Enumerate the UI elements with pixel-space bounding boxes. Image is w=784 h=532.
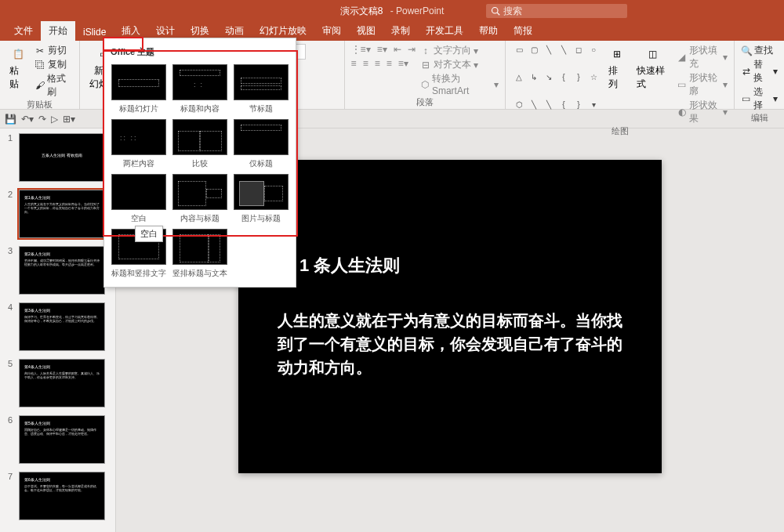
paste-button[interactable]: 📋 粘贴 xyxy=(6,44,30,99)
bullets-button[interactable]: ⋮≡▾ xyxy=(351,44,371,55)
group-editing: 🔍查找 ⇄替换 ▾ ▭选择 ▾ 编辑 xyxy=(735,41,784,109)
align-justify[interactable]: ≡ xyxy=(387,58,392,69)
svg-line-1 xyxy=(497,13,499,15)
thumb-5[interactable]: 5第4条人生法则善待他人。人际关系是人生重要的财富。真诚待人、乐于助人，你会收获… xyxy=(8,359,107,407)
shapes-gallery[interactable]: ▭▢╲╲◻○ △↳↘{}☆ ⬡╲╲{}▾ xyxy=(512,44,601,125)
cut-icon: ✂ xyxy=(34,45,45,56)
select-icon: ▭ xyxy=(741,93,751,104)
align-text-icon: ⊟ xyxy=(420,60,431,71)
text-direction-button[interactable]: ↕文字方向 ▾ xyxy=(420,44,499,57)
text-direction-icon: ↕ xyxy=(420,45,431,56)
align-center[interactable]: ≡ xyxy=(363,58,368,69)
find-icon: 🔍 xyxy=(741,45,752,56)
paste-icon: 📋 xyxy=(9,45,27,63)
layout-title-slide[interactable]: 标题幻灯片 xyxy=(111,64,167,114)
layout-blank[interactable]: 空白 xyxy=(111,174,167,224)
layout-content-caption[interactable]: 内容与标题 xyxy=(172,174,228,224)
slide-title[interactable]: 第 1 条人生法则 xyxy=(278,254,622,277)
layout-section-header[interactable]: 节标题 xyxy=(233,64,289,114)
tab-brief[interactable]: 简报 xyxy=(506,21,540,41)
group-clipboard: 📋 粘贴 ✂剪切 ⿻复制 🖌格式刷 剪贴板 xyxy=(0,41,80,109)
thumb-7[interactable]: 7第6条人生法则勇于尝试。不要害怕失败，每一次尝试都是成长的机会。敢于走出舒适区… xyxy=(8,472,107,520)
redo-button[interactable]: ↷ xyxy=(38,114,46,125)
replace-button[interactable]: ⇄替换 ▾ xyxy=(741,58,778,85)
save-button[interactable]: 💾 xyxy=(5,114,16,125)
app-name: - PowerPoint xyxy=(390,5,445,16)
smartart-icon: ⬡ xyxy=(420,79,430,90)
tab-developer[interactable]: 开发工具 xyxy=(418,21,471,41)
tab-review[interactable]: 审阅 xyxy=(314,21,349,41)
shape-effects-button[interactable]: ◐形状效果 ▾ xyxy=(677,99,728,125)
indent-increase[interactable]: ⇥ xyxy=(408,44,416,55)
layout-picture-caption[interactable]: 图片与标题 xyxy=(233,174,289,224)
group-label-clipboard: 剪贴板 xyxy=(6,99,73,112)
group-drawing: ▭▢╲╲◻○ △↳↘{}☆ ⬡╲╲{}▾ ⊞ 排列 ◫ 快速样式 ◢形状填充 ▾… xyxy=(506,41,735,109)
find-button[interactable]: 🔍查找 xyxy=(741,44,778,57)
search-box[interactable]: 搜索 xyxy=(486,4,627,18)
slide-thumbnails[interactable]: 1五条人生法则 有效指南 2第1条人生法则人生的意义就在于为有意义的目标而奋斗。… xyxy=(0,128,116,532)
layout-comparison[interactable]: 比较 xyxy=(172,119,228,169)
replace-icon: ⇄ xyxy=(741,66,751,77)
align-right[interactable]: ≡ xyxy=(375,58,380,69)
thumb-3[interactable]: 3第2条人生法则坚持不懈。成功需要时间积累，能用长期眼光看待并持恒努力的人终将有… xyxy=(8,246,107,295)
tooltip-blank: 空白 xyxy=(135,226,163,242)
select-button[interactable]: ▭选择 ▾ xyxy=(741,85,778,112)
outline-icon: ▭ xyxy=(677,79,687,90)
tab-home[interactable]: 开始 xyxy=(41,21,75,41)
arrange-button[interactable]: ⊞ 排列 xyxy=(605,44,629,125)
shape-fill-button[interactable]: ◢形状填充 ▾ xyxy=(677,44,728,71)
group-paragraph: ⋮≡▾ ≡▾ ⇤ ⇥ ≡ ≡ ≡ ≡ ≡▾ ↕文字方向 ▾ ⊟对齐文本 ▾ ⬡转… xyxy=(345,41,506,109)
quick-style-button[interactable]: ◫ 快速样式 xyxy=(633,44,673,125)
tab-file[interactable]: 文件 xyxy=(6,21,41,41)
quick-style-icon: ◫ xyxy=(644,45,662,63)
format-painter-button[interactable]: 🖌格式刷 xyxy=(34,72,73,99)
title-bar: 演示文稿8 - PowerPoint 搜索 xyxy=(0,0,784,22)
tab-record[interactable]: 录制 xyxy=(383,21,418,41)
brush-icon: 🖌 xyxy=(34,80,45,91)
copy-icon: ⿻ xyxy=(34,60,45,71)
layout-dropdown: Office 主题 标题幻灯片 标题和内容 节标题 两栏内容 比较 仅标题 空白… xyxy=(103,38,296,288)
fill-icon: ◢ xyxy=(677,52,687,63)
slideshow-button[interactable]: ▷ xyxy=(51,114,58,125)
copy-button[interactable]: ⿻复制 xyxy=(34,58,73,71)
layout-two-content[interactable]: 两栏内容 xyxy=(111,119,167,169)
arrange-icon: ⊞ xyxy=(608,45,626,63)
dropdown-header: Office 主题 xyxy=(109,43,291,61)
layout-vertical-title[interactable]: 竖排标题与文本 xyxy=(172,229,228,279)
tab-view[interactable]: 视图 xyxy=(349,21,383,41)
more-button[interactable]: ⊞▾ xyxy=(63,114,75,125)
undo-button[interactable]: ↶▾ xyxy=(21,114,34,125)
layout-title-only[interactable]: 仅标题 xyxy=(233,119,289,169)
align-text-button[interactable]: ⊟对齐文本 ▾ xyxy=(420,58,499,71)
shape-outline-button[interactable]: ▭形状轮廓 ▾ xyxy=(677,71,728,98)
effects-icon: ◐ xyxy=(677,107,687,118)
current-slide[interactable]: 第 1 条人生法则 人生的意义就在于为有意义的目标而奋斗。当你找到了一个有意义的… xyxy=(238,160,662,473)
align-left[interactable]: ≡ xyxy=(351,58,357,69)
layout-title-content[interactable]: 标题和内容 xyxy=(172,64,228,114)
svg-point-0 xyxy=(492,8,499,14)
cut-button[interactable]: ✂剪切 xyxy=(34,44,73,57)
thumb-1[interactable]: 1五条人生法则 有效指南 xyxy=(8,133,107,182)
document-title: 演示文稿8 xyxy=(340,5,383,16)
numbering-button[interactable]: ≡▾ xyxy=(377,44,387,55)
search-placeholder: 搜索 xyxy=(503,5,522,18)
thumb-4[interactable]: 4第3条人生法则保持学习。世界在不断变化，停止学习就意味着停滞。保持好奇心，不断… xyxy=(8,302,107,351)
thumb-6[interactable]: 6第5条人生法则照顾好自己。身体和心理健康是一切的基础。规律作息、适度运动、保持… xyxy=(8,415,107,464)
convert-smartart-button[interactable]: ⬡转换为 SmartArt ▾ xyxy=(420,72,499,96)
group-label-paragraph: 段落 xyxy=(351,96,499,110)
group-label-editing: 编辑 xyxy=(741,112,778,125)
thumb-2[interactable]: 2第1条人生法则人生的意义就在于为有意义的目标而奋斗。当你找到了一个有意义的目标… xyxy=(8,190,107,238)
slide-body[interactable]: 人生的意义就在于为有意义的目标而奋斗。当你找到了一个有意义的目标，你会发现自己有… xyxy=(278,309,622,379)
tab-help[interactable]: 帮助 xyxy=(471,21,506,41)
search-icon xyxy=(491,6,500,16)
indent-decrease[interactable]: ⇤ xyxy=(394,44,401,55)
group-label-drawing: 绘图 xyxy=(512,125,728,139)
